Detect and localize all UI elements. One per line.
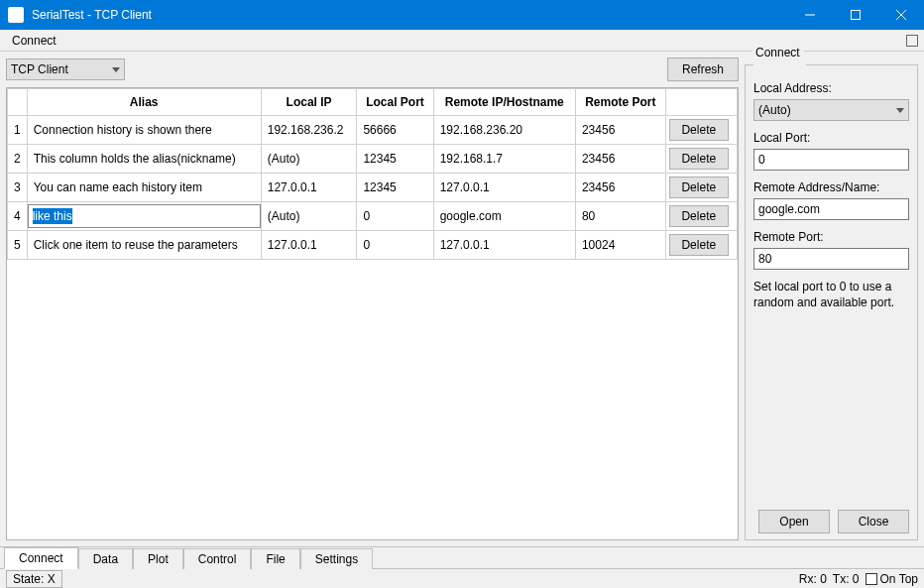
mode-select-value: TCP Client (11, 62, 68, 76)
cell-alias[interactable]: This column holds the alias(nickname) (27, 145, 261, 174)
cell-remote[interactable]: google.com (433, 202, 575, 231)
tx-counter: Tx: 0 (833, 572, 860, 586)
alias-edit-input[interactable]: like this (28, 204, 261, 228)
local-port-value: 0 (758, 153, 765, 167)
cell-remote[interactable]: 127.0.0.1 (433, 231, 575, 260)
header-remote-port[interactable]: Remote Port (575, 89, 665, 116)
table-row[interactable]: 1Connection history is shown there192.16… (8, 116, 738, 145)
delete-button[interactable]: Delete (669, 205, 729, 227)
tab-plot[interactable]: Plot (133, 548, 183, 569)
cell-delete: Delete (665, 231, 737, 260)
tab-connect[interactable]: Connect (4, 547, 78, 569)
cell-remote-port[interactable]: 23456 (575, 174, 665, 202)
row-number: 5 (8, 231, 28, 260)
cell-local-port[interactable]: 12345 (357, 174, 433, 202)
local-address-label: Local Address: (753, 81, 909, 95)
delete-button[interactable]: Delete (669, 176, 729, 198)
row-number: 4 (8, 202, 28, 231)
row-number: 2 (8, 145, 28, 174)
window-title: SerialTest - TCP Client (32, 8, 787, 22)
delete-button[interactable]: Delete (669, 119, 729, 141)
cell-alias[interactable]: Click one item to reuse the parameters (27, 231, 261, 260)
cell-remote-port[interactable]: 80 (575, 202, 665, 231)
open-button[interactable]: Open (758, 510, 830, 533)
minimize-button[interactable] (787, 0, 833, 30)
maximize-button[interactable] (833, 0, 878, 30)
hint-text: Set local port to 0 to use a random and … (753, 280, 909, 310)
ontop-checkbox[interactable] (866, 573, 877, 585)
remote-port-value: 80 (758, 252, 771, 266)
cell-local-port[interactable]: 0 (357, 231, 433, 260)
connect-panel-title: Connect (751, 46, 804, 59)
local-address-select[interactable]: (Auto) (753, 99, 909, 121)
cell-local-ip[interactable]: (Auto) (261, 145, 357, 174)
header-local-port[interactable]: Local Port (357, 89, 433, 116)
tab-settings[interactable]: Settings (300, 548, 373, 569)
cell-local-ip[interactable]: 127.0.0.1 (261, 174, 357, 202)
delete-button[interactable]: Delete (669, 148, 729, 170)
cell-remote-port[interactable]: 23456 (575, 145, 665, 174)
toolbar: TCP Client Refresh (6, 58, 739, 81)
refresh-button[interactable]: Refresh (667, 58, 739, 81)
app-icon (8, 7, 24, 23)
cell-local-ip[interactable]: (Auto) (261, 202, 357, 231)
rx-counter: Rx: 0 (799, 572, 827, 586)
connect-panel: Connect Local Address: (Auto) Local Port… (745, 58, 918, 540)
close-button[interactable]: Close (838, 510, 909, 533)
tab-file[interactable]: File (251, 548, 299, 569)
remote-address-input[interactable]: google.com (753, 198, 909, 220)
cell-alias[interactable]: like this (27, 202, 261, 231)
table-row[interactable]: 3You can name each history item127.0.0.1… (8, 174, 738, 202)
header-local-ip[interactable]: Local IP (261, 89, 357, 116)
content-area: TCP Client Refresh Alias Local IP Local … (0, 52, 924, 546)
row-number: 1 (8, 116, 28, 145)
table-row[interactable]: 4like this(Auto)0google.com80Delete (8, 202, 738, 231)
panel-buttons: Open Close (753, 510, 909, 533)
cell-local-ip[interactable]: 192.168.236.2 (261, 116, 357, 145)
cell-delete: Delete (665, 202, 737, 231)
table-header-row: Alias Local IP Local Port Remote IP/Host… (8, 89, 738, 116)
tab-control[interactable]: Control (183, 548, 252, 569)
cell-delete: Delete (665, 174, 737, 202)
remote-address-label: Remote Address/Name: (753, 180, 909, 194)
cell-local-port[interactable]: 12345 (357, 145, 433, 174)
statusbar: State: X Rx: 0 Tx: 0 On Top (0, 568, 924, 588)
tab-data[interactable]: Data (78, 548, 133, 569)
cell-local-port[interactable]: 56666 (357, 116, 433, 145)
cell-alias[interactable]: You can name each history item (27, 174, 261, 202)
table-row[interactable]: 2This column holds the alias(nickname)(A… (8, 145, 738, 174)
cell-delete: Delete (665, 116, 737, 145)
cell-remote[interactable]: 192.168.1.7 (433, 145, 575, 174)
cell-remote[interactable]: 192.168.236.20 (433, 116, 575, 145)
ontop-label: On Top (880, 572, 918, 586)
tabbar: Connect Data Plot Control File Settings (0, 546, 924, 568)
connection-state: State: X (6, 570, 62, 588)
table-row[interactable]: 5Click one item to reuse the parameters1… (8, 231, 738, 260)
chevron-down-icon (112, 67, 120, 72)
header-remote[interactable]: Remote IP/Hostname (433, 89, 575, 116)
titlebar: SerialTest - TCP Client (0, 0, 924, 30)
local-port-input[interactable]: 0 (753, 149, 909, 171)
cell-delete: Delete (665, 145, 737, 174)
remote-port-input[interactable]: 80 (753, 248, 909, 270)
mode-select[interactable]: TCP Client (6, 59, 125, 80)
cell-remote-port[interactable]: 23456 (575, 116, 665, 145)
header-rownum (8, 89, 28, 116)
local-port-label: Local Port: (753, 131, 909, 145)
local-address-value: (Auto) (758, 103, 791, 117)
header-alias[interactable]: Alias (27, 89, 261, 116)
cell-local-ip[interactable]: 127.0.0.1 (261, 231, 357, 260)
cell-local-port[interactable]: 0 (357, 202, 433, 231)
delete-button[interactable]: Delete (669, 234, 729, 256)
history-table: Alias Local IP Local Port Remote IP/Host… (6, 87, 739, 540)
close-window-button[interactable] (878, 0, 924, 30)
cell-remote[interactable]: 127.0.0.1 (433, 174, 575, 202)
remote-address-value: google.com (758, 202, 820, 216)
cell-remote-port[interactable]: 10024 (575, 231, 665, 260)
cell-alias[interactable]: Connection history is shown there (27, 116, 261, 145)
row-number: 3 (8, 174, 28, 202)
chevron-down-icon (896, 108, 904, 113)
undock-icon[interactable] (906, 35, 918, 47)
left-pane: TCP Client Refresh Alias Local IP Local … (6, 58, 739, 540)
menu-connect[interactable]: Connect (6, 32, 62, 50)
